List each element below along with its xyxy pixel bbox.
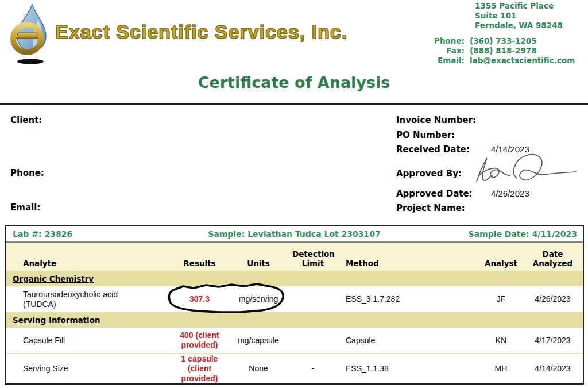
col-header-units: Units	[230, 259, 287, 268]
units-cell: mg/capsule	[230, 336, 287, 345]
invoice-number-label: Invoice Number:	[396, 115, 476, 125]
fax-row: Fax: (888) 818-2978	[396, 46, 586, 56]
lab-number: Lab #: 23826	[6, 229, 178, 239]
phone-row: Phone: (360) 733-1205	[396, 36, 586, 46]
date-analyzed-cell: 4/14/2023	[523, 364, 583, 374]
po-number-label: PO Number:	[396, 130, 455, 140]
col-header-analyst: Analyst	[479, 259, 523, 268]
sample-date: Sample Date: 4/11/2023	[411, 229, 583, 239]
company-logotype: Exact Scientific Services, Inc.	[55, 21, 347, 43]
logo-drop-icon	[8, 2, 54, 66]
phone-label: Phone:	[396, 36, 470, 46]
horizontal-divider	[0, 103, 588, 105]
analyst-cell: JF	[479, 294, 523, 304]
fax-number: (888) 818-2978	[470, 46, 537, 56]
table-title-row: Lab #: 23826 Sample: Leviathan Tudca Lot…	[6, 226, 583, 243]
col-header-method: Method	[339, 259, 479, 268]
column-header-row: Analyte Results Units Detection Limit Me…	[6, 243, 583, 271]
company-contact: Phone: (360) 733-1205 Fax: (888) 818-297…	[396, 36, 586, 66]
email-row: Email: lab@exactscientific.com	[396, 56, 586, 66]
table-row-capsule-fill: Capsule Fill 400 (client provided) mg/ca…	[6, 328, 583, 354]
results-cell: 1 capsule (client provided)	[169, 354, 230, 383]
date-analyzed-cell: 4/17/2023	[523, 336, 583, 345]
method-cell: Capsule	[339, 336, 479, 345]
certificate-of-analysis-page: Exact Scientific Services, Inc. 1355 Pac…	[0, 0, 588, 388]
date-analyzed-cell: 4/26/2023	[523, 294, 583, 304]
col-header-date-analyzed: Date Analyzed	[532, 249, 574, 268]
address-line-1: 1355 Pacific Place	[475, 1, 563, 11]
approved-date-label: Approved Date:	[396, 189, 473, 199]
analyte-cell: Tauroursodeoxycholic acid (TUDCA)	[6, 290, 169, 309]
results-cell: 307.3	[169, 294, 230, 304]
results-table: Lab #: 23826 Sample: Leviathan Tudca Lot…	[5, 225, 584, 385]
company-address: 1355 Pacific Place Suite 101 Ferndale, W…	[475, 1, 563, 30]
client-email-label: Email:	[10, 202, 40, 213]
table-row-tudca: Tauroursodeoxycholic acid (TUDCA) 307.3 …	[6, 286, 583, 312]
results-cell: 400 (client provided)	[169, 331, 230, 350]
email-address: lab@exactscientific.com	[470, 56, 575, 66]
section-header-serving-information: Serving Information	[6, 312, 583, 328]
detection-limit-cell: -	[287, 364, 339, 374]
address-line-3: Ferndale, WA 98248	[475, 21, 563, 30]
project-name-label: Project Name:	[396, 203, 465, 213]
method-cell: ESS_1.1.38	[339, 364, 479, 374]
analyte-cell: Capsule Fill	[6, 336, 169, 345]
units-cell: None	[230, 364, 287, 374]
phone-number: (360) 733-1205	[470, 36, 537, 46]
section-header-organic-chemistry: Organic Chemistry	[6, 271, 583, 286]
units-cell: mg/serving	[230, 294, 287, 304]
client-phone-label: Phone:	[10, 168, 44, 178]
client-label: Client:	[10, 115, 42, 125]
col-header-analyte: Analyte	[6, 259, 169, 268]
address-line-2: Suite 101	[475, 11, 563, 21]
sample-name: Sample: Leviathan Tudca Lot 2303107	[178, 229, 411, 239]
received-date-label: Received Date:	[396, 144, 470, 155]
approver-signature	[470, 148, 579, 193]
table-row-serving-size: Serving Size 1 capsule (client provided)…	[6, 354, 583, 383]
analyst-cell: MH	[479, 364, 523, 374]
analyte-cell: Serving Size	[6, 364, 169, 374]
analyst-cell: KN	[479, 336, 523, 345]
approved-by-label: Approved By:	[396, 168, 462, 179]
email-label: Email:	[396, 56, 470, 66]
col-header-results: Results	[169, 259, 230, 268]
col-header-detection-limit: Detection Limit	[292, 249, 334, 268]
method-cell: ESS_3.1.7.282	[339, 294, 479, 304]
page-title: Certificate of Analysis	[0, 74, 588, 91]
fax-label: Fax:	[396, 46, 470, 56]
